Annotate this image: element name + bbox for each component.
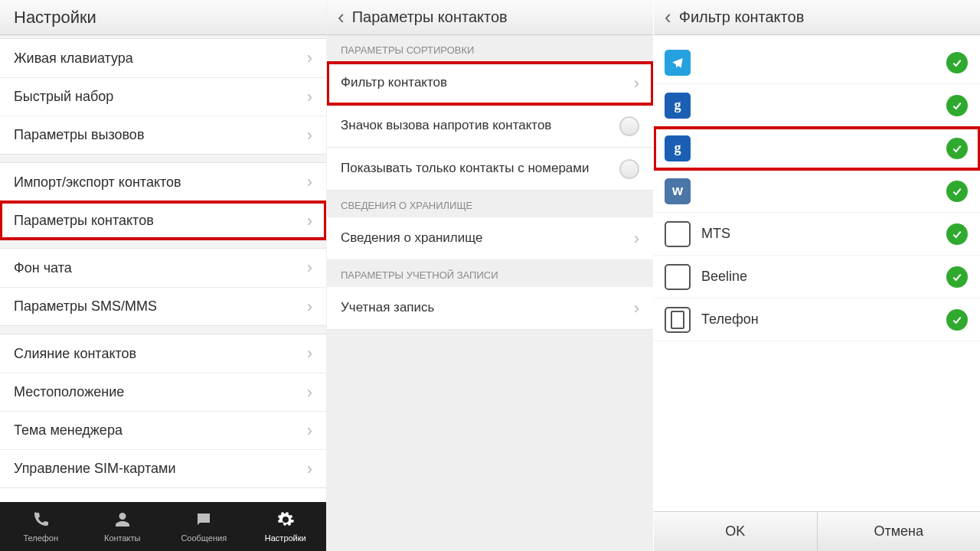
chevron-right-icon: › bbox=[307, 126, 312, 145]
settings-item[interactable]: Быстрый набор› bbox=[0, 77, 326, 116]
param-label: Фильтр контактов bbox=[341, 74, 634, 91]
contact-params-title: Параметры контактов bbox=[352, 8, 508, 26]
param-label: Показывать только контакты с номерами bbox=[341, 160, 619, 177]
filter-title: Фильтр контактов bbox=[679, 8, 805, 26]
chevron-right-icon: › bbox=[634, 298, 639, 318]
param-label: Значок вызова напротив контактов bbox=[341, 117, 619, 134]
param-row[interactable]: Учетная запись› bbox=[327, 287, 653, 330]
settings-item[interactable]: Управление SIM-картами› bbox=[0, 449, 326, 487]
chevron-right-icon: › bbox=[307, 48, 312, 68]
chevron-right-icon: › bbox=[307, 172, 312, 192]
param-row[interactable]: Сведения о хранилище› bbox=[327, 217, 653, 260]
check-icon bbox=[946, 52, 968, 73]
phone-icon bbox=[31, 510, 50, 530]
sim-icon: ◷ bbox=[665, 264, 691, 290]
chevron-right-icon: › bbox=[307, 87, 312, 107]
settings-item[interactable]: Параметры SMS/MMS› bbox=[0, 287, 326, 325]
chevron-right-icon: › bbox=[307, 459, 312, 479]
settings-item[interactable]: Тема менеджера› bbox=[0, 411, 326, 449]
ok-button[interactable]: OK bbox=[654, 512, 817, 551]
check-icon bbox=[946, 266, 968, 288]
settings-item[interactable]: Слияние контактов› bbox=[0, 334, 326, 373]
account-row[interactable]: ◷MTS bbox=[654, 213, 980, 256]
chevron-right-icon: › bbox=[634, 73, 639, 93]
telegram-icon bbox=[665, 50, 691, 76]
dialog-footer: OK Отмена bbox=[654, 511, 980, 551]
filter-list: ggw◷MTS◷BeelineТелефон bbox=[654, 35, 980, 341]
contact-params-header: ‹ Параметры контактов bbox=[327, 0, 653, 35]
param-row[interactable]: Значок вызова напротив контактов bbox=[327, 105, 653, 148]
phone-device-icon bbox=[665, 307, 691, 333]
check-icon bbox=[946, 223, 968, 245]
settings-item-label: Параметры SMS/MMS bbox=[14, 298, 157, 315]
chevron-right-icon: › bbox=[307, 258, 312, 278]
nav-sms[interactable]: Сообщения bbox=[163, 502, 245, 551]
contact-params-pane: ‹ Параметры контактов ПАРАМЕТРЫ СОРТИРОВ… bbox=[326, 0, 653, 551]
toggle-off-icon[interactable] bbox=[619, 159, 639, 179]
nav-label: Телефон bbox=[23, 533, 58, 543]
settings-item[interactable]: Параметры контактов› bbox=[0, 201, 326, 240]
settings-item[interactable]: Импорт/экспорт контактов› bbox=[0, 163, 326, 201]
settings-item[interactable]: Фон чата› bbox=[0, 249, 326, 287]
contact-params-list: ПАРАМЕТРЫ СОРТИРОВКИФильтр контактов›Зна… bbox=[327, 35, 653, 330]
nav-contact[interactable]: Контакты bbox=[82, 502, 164, 551]
cancel-button[interactable]: Отмена bbox=[817, 512, 981, 551]
vk-icon: w bbox=[665, 178, 691, 204]
section-header: ПАРАМЕТРЫ УЧЕТНОЙ ЗАПИСИ bbox=[327, 260, 653, 287]
nav-label: Настройки bbox=[265, 533, 306, 543]
chevron-right-icon: › bbox=[634, 229, 639, 249]
nav-label: Контакты bbox=[104, 533, 141, 543]
settings-item-label: Управление SIM-картами bbox=[14, 461, 175, 477]
chevron-right-icon: › bbox=[307, 211, 312, 231]
settings-item[interactable]: Параметры вызовов› bbox=[0, 116, 326, 154]
settings-item-label: Параметры контактов bbox=[14, 213, 154, 229]
account-label: MTS bbox=[701, 226, 936, 242]
google-icon: g bbox=[665, 93, 691, 119]
section-header: СВЕДЕНИЯ О ХРАНИЛИЩЕ bbox=[327, 191, 653, 217]
settings-item-label: Параметры вызовов bbox=[14, 127, 144, 143]
settings-item[interactable]: Местоположение› bbox=[0, 373, 326, 411]
sim-icon: ◷ bbox=[665, 221, 691, 247]
settings-list: Живая клавиатура›Быстрый набор›Параметры… bbox=[0, 35, 326, 488]
account-row[interactable]: g bbox=[654, 127, 980, 170]
section-header: ПАРАМЕТРЫ СОРТИРОВКИ bbox=[327, 35, 653, 62]
settings-item-label: Импорт/экспорт контактов bbox=[14, 174, 181, 191]
account-row[interactable] bbox=[654, 41, 980, 84]
param-row[interactable]: Показывать только контакты с номерами bbox=[327, 148, 653, 191]
param-label: Сведения о хранилище bbox=[341, 230, 634, 246]
chevron-right-icon: › bbox=[307, 344, 312, 364]
account-row[interactable]: ◷Beeline bbox=[654, 256, 980, 298]
settings-item-label: Фон чата bbox=[14, 260, 72, 276]
filter-header: ‹ Фильтр контактов bbox=[654, 0, 980, 35]
chevron-right-icon: › bbox=[307, 297, 312, 317]
sms-icon bbox=[194, 510, 213, 530]
check-icon bbox=[946, 309, 968, 331]
bottom-nav: ТелефонКонтактыСообщенияНастройки bbox=[0, 502, 326, 551]
nav-label: Сообщения bbox=[181, 533, 227, 543]
google-icon: g bbox=[665, 135, 691, 161]
chevron-right-icon: › bbox=[307, 383, 312, 403]
check-icon bbox=[946, 181, 968, 202]
param-label: Учетная запись bbox=[341, 299, 634, 316]
settings-item-label: Тема менеджера bbox=[14, 422, 122, 439]
settings-item-label: Живая клавиатура bbox=[14, 51, 133, 67]
back-icon[interactable]: ‹ bbox=[335, 5, 348, 29]
settings-item-label: Слияние контактов bbox=[14, 346, 136, 362]
account-row[interactable]: Телефон bbox=[654, 298, 980, 341]
filter-pane: ‹ Фильтр контактов ggw◷MTS◷BeelineТелефо… bbox=[653, 0, 980, 551]
settings-item-label: Быстрый набор bbox=[14, 89, 113, 105]
account-row[interactable]: g bbox=[654, 84, 980, 127]
settings-title: Настройки bbox=[0, 0, 326, 35]
settings-item[interactable]: Живая клавиатура› bbox=[0, 39, 326, 77]
settings-item-label: Местоположение bbox=[14, 384, 124, 400]
contact-icon bbox=[113, 510, 132, 530]
param-row[interactable]: Фильтр контактов› bbox=[327, 62, 653, 105]
nav-phone[interactable]: Телефон bbox=[0, 502, 82, 551]
account-label: Beeline bbox=[701, 269, 936, 285]
toggle-off-icon[interactable] bbox=[619, 116, 639, 136]
nav-gear[interactable]: Настройки bbox=[245, 502, 327, 551]
account-label: Телефон bbox=[701, 311, 936, 328]
account-row[interactable]: w bbox=[654, 170, 980, 213]
check-icon bbox=[946, 95, 968, 116]
back-icon[interactable]: ‹ bbox=[662, 5, 675, 29]
